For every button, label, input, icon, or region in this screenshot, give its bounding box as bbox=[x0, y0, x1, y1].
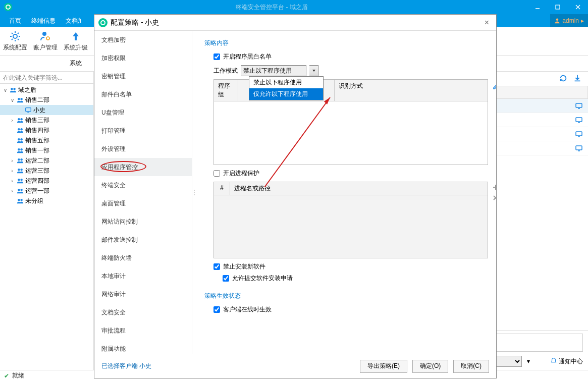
nav-item[interactable]: U盘管理 bbox=[94, 103, 192, 122]
bell-icon bbox=[550, 357, 557, 364]
nav-item[interactable]: 打印管理 bbox=[94, 122, 192, 140]
ok-button[interactable]: 确定(O) bbox=[412, 360, 448, 373]
nav-item[interactable]: 加密权限 bbox=[94, 49, 192, 67]
tree-node[interactable]: 销售四部 bbox=[0, 125, 93, 135]
toolbar-system-config[interactable]: 系统配置 bbox=[0, 30, 30, 52]
svg-point-18 bbox=[18, 138, 20, 140]
nav-item[interactable]: 密钥管理 bbox=[94, 67, 192, 85]
tab-doc-encrypt[interactable]: 文档加密 bbox=[61, 14, 81, 27]
work-mode-select[interactable]: 禁止以下程序使用 bbox=[241, 65, 306, 76]
tree-node[interactable]: 未分组 bbox=[0, 196, 93, 206]
edit-button[interactable] bbox=[493, 82, 496, 91]
col-index: # bbox=[214, 182, 230, 195]
section-policy-effect: 策略生效状态 bbox=[204, 292, 488, 300]
nav-item[interactable]: 审批流程 bbox=[94, 321, 192, 340]
tree-node[interactable]: ›销售三部 bbox=[0, 115, 93, 125]
check-icon: ✔ bbox=[4, 372, 9, 379]
svg-point-27 bbox=[20, 179, 22, 181]
dialog-close-button[interactable]: × bbox=[482, 18, 492, 27]
toolbar-system-upgrade[interactable]: 系统升级 bbox=[61, 30, 91, 52]
gear-icon bbox=[9, 30, 21, 42]
svg-point-4 bbox=[556, 19, 559, 21]
checkbox[interactable] bbox=[213, 306, 220, 313]
window-title-bar: 终端安全管控平台 - 域之盾 bbox=[0, 0, 588, 14]
nav-item[interactable]: 文档安全 bbox=[94, 303, 192, 321]
tab-terminal-info[interactable]: 终端信息 bbox=[26, 14, 61, 27]
svg-point-30 bbox=[18, 199, 20, 201]
svg-point-26 bbox=[18, 179, 20, 181]
export-policy-button[interactable]: 导出策略(E) bbox=[360, 360, 407, 373]
nav-item[interactable]: 桌面管理 bbox=[94, 194, 192, 212]
tree-node[interactable]: ∨销售二部 bbox=[0, 95, 93, 105]
checkbox-label: 客户端在线时生效 bbox=[223, 305, 272, 314]
cancel-button[interactable]: 取消(C) bbox=[453, 360, 489, 373]
group-icon bbox=[16, 116, 24, 124]
sub-toolbar-label: 系统 bbox=[61, 59, 91, 68]
tree-node[interactable]: ›运营一部 bbox=[0, 186, 93, 196]
add-row-button[interactable] bbox=[492, 183, 496, 193]
svg-rect-12 bbox=[26, 108, 31, 112]
nav-item[interactable]: 网站访问控制 bbox=[94, 212, 192, 231]
enable-process-protect-checkbox[interactable]: 开启进程保护 bbox=[213, 169, 488, 178]
notify-center-button[interactable]: 通知中心 bbox=[550, 357, 583, 366]
tree-label: 运营四部 bbox=[25, 177, 49, 185]
process-list-grid[interactable]: # 进程名或路径 bbox=[213, 182, 488, 258]
nav-item[interactable]: 终端防火墙 bbox=[94, 249, 192, 267]
svg-rect-32 bbox=[576, 103, 582, 107]
tree-node[interactable]: 销售一部 bbox=[0, 145, 93, 155]
user-menu[interactable]: admin ▸ bbox=[550, 14, 588, 27]
checkbox[interactable] bbox=[213, 53, 220, 60]
nav-item[interactable]: 终端安全 bbox=[94, 176, 192, 194]
nav-item[interactable]: 本地审计 bbox=[94, 267, 192, 285]
checkbox[interactable] bbox=[213, 170, 220, 177]
toolbar-account-manage[interactable]: 账户管理 bbox=[30, 30, 61, 52]
monitor-icon bbox=[24, 106, 32, 114]
svg-point-15 bbox=[20, 118, 22, 120]
group-icon bbox=[16, 187, 24, 195]
client-online-checkbox[interactable]: 客户端在线时生效 bbox=[213, 305, 488, 314]
tree-filter-input[interactable] bbox=[0, 72, 93, 84]
maximize-button[interactable] bbox=[548, 0, 568, 14]
close-button[interactable] bbox=[568, 0, 588, 14]
minimize-button[interactable] bbox=[527, 0, 548, 14]
svg-point-8 bbox=[11, 88, 13, 90]
toolbar-label: 系统配置 bbox=[3, 43, 27, 52]
dropdown-option[interactable]: 禁止以下程序使用 bbox=[249, 77, 323, 88]
checkbox[interactable] bbox=[223, 275, 229, 282]
dropdown-toggle-button[interactable] bbox=[309, 65, 318, 76]
tree-node[interactable]: 销售五部 bbox=[0, 135, 93, 145]
tab-home[interactable]: 首页 bbox=[4, 14, 26, 27]
nav-item[interactable]: 附属功能 bbox=[94, 340, 192, 354]
tree-node[interactable]: ›运营三部 bbox=[0, 166, 93, 176]
svg-point-7 bbox=[46, 37, 49, 40]
nav-item[interactable]: 文档加密 bbox=[94, 31, 192, 49]
nav-item[interactable]: 邮件白名单 bbox=[94, 85, 192, 103]
nav-item-selected[interactable]: 应用程序管控 bbox=[94, 158, 192, 176]
forbid-install-checkbox[interactable]: 禁止安装新软件 bbox=[213, 262, 488, 271]
dropdown-option[interactable]: 仅允许以下程序使用 bbox=[249, 88, 323, 100]
svg-point-14 bbox=[18, 118, 20, 120]
remove-row-button[interactable] bbox=[492, 194, 496, 203]
nav-item[interactable]: 外设管理 bbox=[94, 140, 192, 158]
dialog-title: 配置策略 - 小史 bbox=[111, 18, 159, 27]
group-icon bbox=[16, 146, 24, 154]
nav-item[interactable]: 邮件发送控制 bbox=[94, 231, 192, 249]
tree-node-selected[interactable]: 小史 bbox=[0, 105, 93, 115]
tree-node[interactable]: ›运营二部 bbox=[0, 155, 93, 166]
user-name: admin bbox=[562, 17, 579, 24]
tree-label: 销售二部 bbox=[25, 96, 49, 104]
tree-node[interactable]: ›运营四部 bbox=[0, 176, 93, 186]
group-icon bbox=[16, 126, 24, 134]
toolbar-label: 账户管理 bbox=[33, 43, 58, 52]
tree-root[interactable]: ∨ 域之盾 bbox=[0, 85, 93, 95]
checkbox-label: 开启程序黑白名单 bbox=[223, 52, 272, 61]
refresh-button[interactable] bbox=[559, 74, 568, 84]
download-button[interactable] bbox=[573, 74, 582, 84]
allow-submit-checkbox[interactable]: 允许提交软件安装申请 bbox=[223, 274, 488, 283]
drag-handle-icon[interactable]: ⋮ bbox=[192, 31, 196, 354]
enable-blackwhite-checkbox[interactable]: 开启程序黑白名单 bbox=[213, 52, 488, 61]
app-logo-icon bbox=[4, 3, 12, 11]
nav-item[interactable]: 网络审计 bbox=[94, 285, 192, 303]
selected-client-text: 已选择客户端 小史 bbox=[101, 362, 151, 370]
checkbox[interactable] bbox=[213, 263, 220, 270]
